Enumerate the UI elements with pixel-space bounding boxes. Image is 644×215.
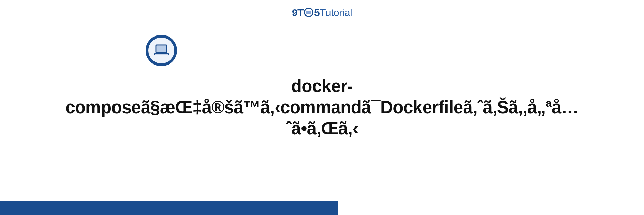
article-content: docker- composeã§æŒ‡å®šã™ã‚‹commandã¯Doc…	[0, 35, 644, 140]
article-title: docker- composeã§æŒ‡å®šã™ã‚‹commandã¯Doc…	[0, 76, 644, 140]
site-logo[interactable]: 9T 5 Tutorial	[292, 7, 352, 18]
logo-text-5: 5	[314, 7, 320, 18]
logo-circle-icon	[304, 8, 313, 17]
svg-rect-1	[157, 46, 166, 52]
bottom-accent-bar	[0, 201, 338, 215]
site-header: 9T 5 Tutorial	[0, 0, 644, 18]
laptop-icon	[146, 35, 177, 66]
title-line-3: ˆã•ã‚Œã‚‹	[286, 119, 358, 138]
svg-rect-3	[155, 54, 168, 55]
logo-text-tutorial: Tutorial	[320, 7, 352, 18]
logo-text-9t: 9T	[292, 7, 304, 18]
laptop-svg-icon	[153, 44, 170, 57]
title-line-1: docker-	[291, 76, 353, 96]
title-line-2: composeã§æŒ‡å®šã™ã‚‹commandã¯Dockerfileã…	[66, 98, 579, 117]
logo-circle-inner-icon	[306, 11, 311, 14]
